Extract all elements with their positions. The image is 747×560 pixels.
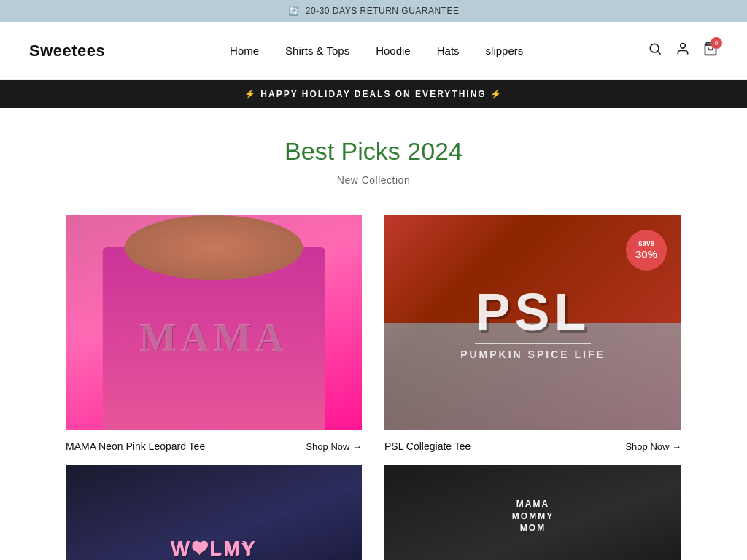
product-name-mama-pink: MAMA Neon Pink Leopard Tee <box>66 440 205 452</box>
hero-title: Best Picks 2024 <box>15 137 732 166</box>
nav-hats[interactable]: Hats <box>437 44 460 57</box>
top-banner-text: 20-30 DAYS RETURN GUARANTEE <box>306 6 460 16</box>
top-banner: 🔄 20-30 DAYS RETURN GUARANTEE <box>0 0 747 22</box>
product-grid-top: MAMA MAMA Neon Pink Leopard Tee Shop Now… <box>0 201 747 465</box>
svg-point-2 <box>681 44 686 49</box>
product-image-mama-pink: MAMA <box>66 215 362 430</box>
product-info-psl: PSL Collegiate Tee Shop Now → <box>384 430 681 465</box>
product-image-navy-hoodie: W❤LMY <box>66 465 362 560</box>
header: Sweetees Home Shirts & Tops Hoodie Hats … <box>0 22 747 80</box>
nav-hoodie[interactable]: Hoodie <box>376 44 411 57</box>
user-icon[interactable] <box>676 42 690 60</box>
psl-sub-text: PUMPKIN SPICE LIFE <box>460 349 605 360</box>
logo[interactable]: Sweetees <box>29 42 105 61</box>
shop-now-psl[interactable]: Shop Now → <box>625 441 681 452</box>
nav-slippers[interactable]: slippers <box>486 44 524 57</box>
product-item-navy-hoodie: W❤LMY <box>66 465 374 560</box>
svg-line-1 <box>658 52 661 55</box>
main-nav: Home Shirts & Tops Hoodie Hats slippers <box>230 44 523 57</box>
mama-mommy-text: MAMAMOMMYMOM <box>512 498 554 534</box>
psl-logo-text: PSL <box>460 286 605 338</box>
product-info-mama-pink: MAMA Neon Pink Leopard Tee Shop Now → <box>66 430 362 465</box>
search-icon[interactable] <box>648 42 662 60</box>
save-label: save <box>638 239 654 248</box>
nav-shirts-tops[interactable]: Shirts & Tops <box>285 44 349 57</box>
product-item-psl: PSL PUMPKIN SPICE LIFE save 30% PSL Coll… <box>374 215 681 465</box>
shop-now-mama-pink[interactable]: Shop Now → <box>306 441 362 452</box>
promo-text: ⚡ HAPPY HOLIDAY DEALS ON EVERYTHING ⚡ <box>244 89 503 99</box>
cart-icon[interactable]: 0 <box>703 42 718 60</box>
product-item-mama-mommy-mom: MAMAMOMMYMOM <box>374 465 681 560</box>
hero-subtitle: New Collection <box>15 174 732 186</box>
product-image-mama-mommy-mom: MAMAMOMMYMOM <box>384 465 681 560</box>
nav-home[interactable]: Home <box>230 44 259 57</box>
save-badge: save 30% <box>626 230 667 271</box>
header-icons: 0 <box>648 42 718 60</box>
promo-banner: ⚡ HAPPY HOLIDAY DEALS ON EVERYTHING ⚡ <box>0 80 747 108</box>
cart-badge: 0 <box>711 37 722 49</box>
product-item-mama-pink: MAMA MAMA Neon Pink Leopard Tee Shop Now… <box>66 215 374 465</box>
product-grid-bottom: W❤LMY MAMAMOMMYMOM <box>0 465 747 560</box>
product-name-psl: PSL Collegiate Tee <box>384 440 471 452</box>
hero-section: Best Picks 2024 New Collection <box>0 108 747 201</box>
svg-point-0 <box>650 44 659 52</box>
return-icon: 🔄 <box>288 6 300 16</box>
save-percent: 30% <box>635 248 657 261</box>
